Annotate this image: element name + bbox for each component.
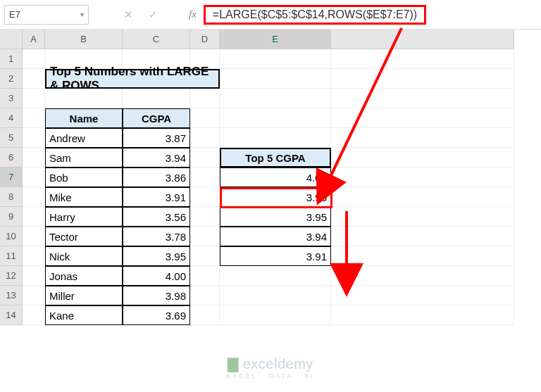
cell-E4[interactable] xyxy=(220,108,331,128)
cell-D3[interactable] xyxy=(190,89,220,108)
table-row[interactable]: 3.94 xyxy=(123,148,190,167)
formula-bar[interactable]: =LARGE($C$5:$C$14,ROWS($E$7:E7)) xyxy=(204,4,528,25)
chevron-down-icon: ▾ xyxy=(80,11,84,18)
watermark: ▇ exceldemy EXCEL · DATA · BI xyxy=(0,355,541,379)
col-header-A[interactable]: A xyxy=(23,30,45,49)
row-header[interactable]: 12 xyxy=(0,266,23,286)
cell-E2[interactable] xyxy=(220,69,331,89)
cell-D4[interactable] xyxy=(190,108,220,128)
cell-blank xyxy=(331,187,514,207)
cell-E7[interactable]: 4.00 xyxy=(220,167,331,187)
row-header[interactable]: 3 xyxy=(0,89,23,108)
cell-A9[interactable] xyxy=(23,207,45,227)
cell-A6[interactable] xyxy=(23,148,45,167)
table-row[interactable]: Jonas xyxy=(45,266,123,286)
cell-A3[interactable] xyxy=(23,89,45,108)
cell-A2[interactable] xyxy=(23,69,45,89)
row-header[interactable]: 10 xyxy=(0,227,23,246)
cell-A14[interactable] xyxy=(23,305,45,325)
table-row[interactable]: 3.87 xyxy=(123,128,190,148)
cell-D12[interactable] xyxy=(190,266,220,286)
table-row[interactable]: Kane xyxy=(45,305,123,325)
col-header-B[interactable]: B xyxy=(45,30,123,49)
table-row[interactable]: Harry xyxy=(45,207,123,227)
cell-E5[interactable] xyxy=(220,128,331,148)
cell-A8[interactable] xyxy=(23,187,45,207)
row-header[interactable]: 5 xyxy=(0,128,23,148)
cancel-icon[interactable]: ✕ xyxy=(124,8,133,21)
row-header[interactable]: 8 xyxy=(0,187,23,207)
row-header[interactable]: 6 xyxy=(0,148,23,167)
cell-D10[interactable] xyxy=(190,227,220,246)
row-header[interactable]: 4 xyxy=(0,108,23,128)
cell-B3[interactable] xyxy=(45,89,123,108)
cell-A13[interactable] xyxy=(23,286,45,305)
table-row[interactable]: 3.86 xyxy=(123,167,190,187)
cell-C3[interactable] xyxy=(123,89,190,108)
table-row[interactable]: Nick xyxy=(45,246,123,266)
row-header[interactable]: 11 xyxy=(0,246,23,266)
table-row[interactable]: Miller xyxy=(45,286,123,305)
cell-E11[interactable]: 3.91 xyxy=(220,246,331,266)
cell-blank xyxy=(331,227,514,246)
table-row[interactable]: 3.69 xyxy=(123,305,190,325)
cell-A10[interactable] xyxy=(23,227,45,246)
col-header-C[interactable]: C xyxy=(123,30,190,49)
table-header-name[interactable]: Name xyxy=(45,108,123,128)
row-header[interactable]: 1 xyxy=(0,49,23,69)
select-all-corner[interactable] xyxy=(0,30,23,49)
table-row[interactable]: 3.98 xyxy=(123,286,190,305)
cell-D7[interactable] xyxy=(190,167,220,187)
spreadsheet-grid[interactable]: A B C D E 1 2 Top 5 Numbers with LARGE &… xyxy=(0,30,541,325)
fx-icon[interactable]: fx xyxy=(189,8,197,20)
cell-D5[interactable] xyxy=(190,128,220,148)
cell-D6[interactable] xyxy=(190,148,220,167)
cell-A4[interactable] xyxy=(23,108,45,128)
cell-blank xyxy=(331,286,514,305)
cell-A1[interactable] xyxy=(23,49,45,69)
col-header-D[interactable]: D xyxy=(190,30,220,49)
row-header[interactable]: 7 xyxy=(0,167,23,187)
table-row[interactable]: Mike xyxy=(45,187,123,207)
enter-icon[interactable]: ✓ xyxy=(149,8,158,21)
cell-D9[interactable] xyxy=(190,207,220,227)
cell-D13[interactable] xyxy=(190,286,220,305)
cell-blank xyxy=(331,266,514,286)
cell-A5[interactable] xyxy=(23,128,45,148)
table-row[interactable]: 3.91 xyxy=(123,187,190,207)
watermark-sub: EXCEL · DATA · BI xyxy=(0,372,541,379)
cell-E13[interactable] xyxy=(220,286,331,305)
table-row[interactable]: 3.95 xyxy=(123,246,190,266)
table-row[interactable]: 3.78 xyxy=(123,227,190,246)
row-header[interactable]: 2 xyxy=(0,69,23,89)
cell-E14[interactable] xyxy=(220,305,331,325)
cell-D14[interactable] xyxy=(190,305,220,325)
table-row[interactable]: Sam xyxy=(45,148,123,167)
title-cell[interactable]: Top 5 Numbers with LARGE & ROWS xyxy=(45,69,220,89)
cell-blank xyxy=(331,89,514,108)
table-row[interactable]: Tector xyxy=(45,227,123,246)
cell-A7[interactable] xyxy=(23,167,45,187)
table-header-cgpa[interactable]: CGPA xyxy=(123,108,190,128)
name-box[interactable]: E7 ▾ xyxy=(4,5,89,25)
row-header[interactable]: 9 xyxy=(0,207,23,227)
top5-header[interactable]: Top 5 CGPA xyxy=(220,148,331,167)
cell-E12[interactable] xyxy=(220,266,331,286)
table-row[interactable]: Bob xyxy=(45,167,123,187)
cell-D8[interactable] xyxy=(190,187,220,207)
cell-blank xyxy=(331,108,514,128)
row-header[interactable]: 13 xyxy=(0,286,23,305)
cell-D11[interactable] xyxy=(190,246,220,266)
cell-A11[interactable] xyxy=(23,246,45,266)
row-header[interactable]: 14 xyxy=(0,305,23,325)
table-row[interactable]: 3.56 xyxy=(123,207,190,227)
cell-A12[interactable] xyxy=(23,266,45,286)
table-row[interactable]: 4.00 xyxy=(123,266,190,286)
col-header-E[interactable]: E xyxy=(220,30,331,49)
cell-E1[interactable] xyxy=(220,49,331,69)
cell-E3[interactable] xyxy=(220,89,331,108)
cell-E10[interactable]: 3.94 xyxy=(220,227,331,246)
table-row[interactable]: Andrew xyxy=(45,128,123,148)
cell-E9[interactable]: 3.95 xyxy=(220,207,331,227)
cell-E8[interactable]: 3.98 xyxy=(220,187,331,207)
